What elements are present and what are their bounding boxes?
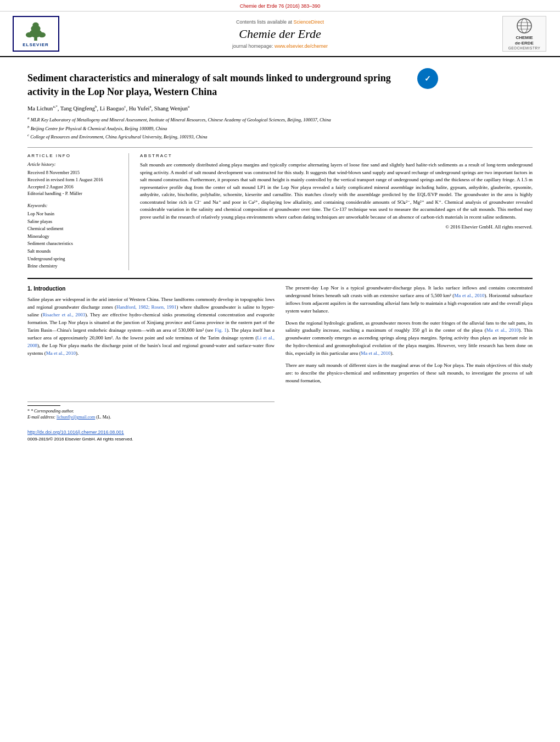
keyword-4: Mineralogy (27, 233, 120, 241)
ref-ma-2010: Ma et al., 2010 (46, 350, 76, 356)
author-sup-b: b (95, 104, 97, 109)
elsevier-wordmark: ELSEVIER (23, 42, 49, 47)
body-col1-para1: Saline playas are widespread in the arid… (27, 296, 275, 358)
keyword-8: Brine chemistry (27, 263, 120, 270)
crossmark-icon: ✓ (417, 68, 438, 89)
ref-ma-2010-d: Ma et al., 2010 (361, 350, 390, 356)
elsevier-logo: ELSEVIER (11, 16, 60, 52)
body-col-right: The present-day Lop Nor is a typical gro… (285, 284, 533, 443)
footnote-area: * * Corresponding author. E-mail address… (27, 401, 275, 420)
body-section: 1. Introduction Saline playas are widesp… (27, 284, 533, 443)
elsevier-tree-icon (19, 20, 52, 41)
journal-header-center: Contents lists available at ScienceDirec… (66, 16, 494, 52)
author-sup-a3: a (188, 104, 189, 109)
corresponding-author-note: * * Corresponding author. (27, 408, 275, 414)
info-abstract-section: ARTICLE INFO Article history: Received 8… (27, 153, 533, 270)
ref-risacher: Risacher et al., 2003 (43, 312, 86, 317)
abstract-col: ABSTRACT Salt mounds are commonly distri… (140, 153, 533, 270)
footnote-sep (27, 405, 60, 406)
journal-name-display: Chemie der Erde (239, 27, 321, 41)
corresponding-label: * Corresponding author. (31, 409, 74, 414)
homepage-text-area: journal homepage: www.elsevier.de/chemer (232, 43, 328, 49)
section1-label: Introduction (33, 286, 65, 292)
author-sup-a: a,* (53, 104, 57, 109)
keyword-1: Lop Nor basin (27, 210, 120, 218)
accepted-date: Accepted 2 August 2016 (27, 183, 120, 191)
editorial-handling: Editorial handling - P. Müller (27, 190, 120, 197)
ref-fig1: Fig. 1 (215, 327, 227, 333)
keyword-2: Saline playas (27, 218, 120, 226)
keyword-5: Sediment characteristics (27, 240, 120, 248)
author-sup-c: c (124, 104, 126, 109)
journal-reference-bar: Chemie der Erde 76 (2016) 383–390 (0, 0, 560, 12)
homepage-label: journal homepage: (232, 43, 273, 49)
affil-a: a MLR Key Laboratory of Metallogeny and … (27, 116, 533, 124)
email-note: E-mail address: lichunfly@gmail.com (L. … (27, 414, 275, 420)
ref-ma-2010-c: Ma et al., 2010 (486, 327, 519, 333)
chemie-erde-logo: CHEMIEde·ERDE GEOCHEMISTRY (500, 16, 549, 52)
svg-point-5 (38, 32, 46, 38)
body-col2-para2: Down the regional hydrologic gradient, a… (285, 320, 533, 358)
keywords-label: Keywords: (27, 203, 120, 208)
email-suffix: (L. Ma). (96, 415, 111, 420)
main-content: Sediment characteristics and mineralogy … (0, 57, 560, 449)
chemie-globe-icon (516, 18, 533, 34)
ref-li-2008: Li et al., 2008 (27, 335, 275, 348)
article-history-label: Article history: (27, 161, 120, 167)
email-link[interactable]: lichunfly@gmail.com (57, 415, 95, 420)
article-info-heading: ARTICLE INFO (27, 153, 120, 158)
affil-b: b Beijing Centre for Physical & Chemical… (27, 125, 533, 132)
body-col2-para3: There are many salt mounds of different … (285, 362, 533, 385)
section1-title: 1. Introduction (27, 284, 275, 293)
abstract-copyright: © 2016 Elsevier GmbH. All rights reserve… (140, 224, 533, 230)
abstract-text: Salt mounds are commonly distributed alo… (140, 161, 533, 221)
chemie-logo-subtitle: GEOCHEMISTRY (508, 46, 541, 50)
crossmark-logo[interactable]: ✓ (417, 68, 440, 89)
chemie-logo-box: CHEMIEde·ERDE GEOCHEMISTRY (502, 16, 546, 52)
homepage-url[interactable]: www.elsevier.de/chemer (275, 43, 328, 49)
doi-link[interactable]: http://dx.doi.org/10.1016/j.chemer.2016.… (27, 429, 275, 436)
contents-label: Contents lists available at (236, 19, 292, 25)
keyword-7: Underground spring (27, 255, 120, 263)
page: Chemie der Erde 76 (2016) 383–390 ELSEVI… (0, 0, 560, 742)
article-info-col: ARTICLE INFO Article history: Received 8… (27, 153, 129, 270)
section1-num: 1. (27, 286, 32, 292)
author-sup-a2: a (149, 104, 151, 109)
chemie-logo-title: CHEMIEde·ERDE (515, 35, 534, 46)
ref-handford-rosen: Handford, 1982; Rosen, 1991 (116, 304, 177, 310)
doi-area: http://dx.doi.org/10.1016/j.chemer.2016.… (27, 429, 275, 443)
affil-c: c College of Resources and Environment, … (27, 133, 533, 141)
svg-point-3 (32, 23, 38, 28)
title-area: Sediment characteristics and mineralogy … (27, 63, 533, 104)
elsevier-logo-box: ELSEVIER (13, 16, 59, 52)
issn-text: 0009-2819/© 2016 Elsevier GmbH. All righ… (27, 436, 275, 443)
keyword-3: Chemical sediment (27, 225, 120, 233)
received-date: Received 8 November 2015 (27, 169, 120, 176)
svg-point-4 (26, 32, 33, 38)
journal-header: ELSEVIER Contents lists available at Sci… (0, 12, 560, 57)
journal-ref-text: Chemie der Erde 76 (2016) 383–390 (240, 3, 321, 9)
ref-ma-2010-b: Ma et al., 2010 (454, 293, 484, 298)
contents-available-text: Contents lists available at ScienceDirec… (236, 19, 324, 25)
sciencedirect-link[interactable]: ScienceDirect (294, 19, 324, 25)
abstract-heading: ABSTRACT (140, 153, 533, 158)
received-revised-date: Received in revised form 1 August 2016 (27, 176, 120, 183)
body-col2-para1: The present-day Lop Nor is a typical gro… (285, 284, 533, 315)
authors-line: Ma Lichuna,*, Tang Qingfengb, Li Baoguoc… (27, 104, 533, 111)
body-col-left: 1. Introduction Saline playas are widesp… (27, 284, 275, 443)
affiliations: a MLR Key Laboratory of Metallogeny and … (27, 116, 533, 141)
section-divider (27, 278, 533, 279)
keyword-6: Salt mounds (27, 248, 120, 255)
article-title: Sediment characteristics and mineralogy … (27, 71, 412, 99)
header-divider (27, 147, 533, 148)
